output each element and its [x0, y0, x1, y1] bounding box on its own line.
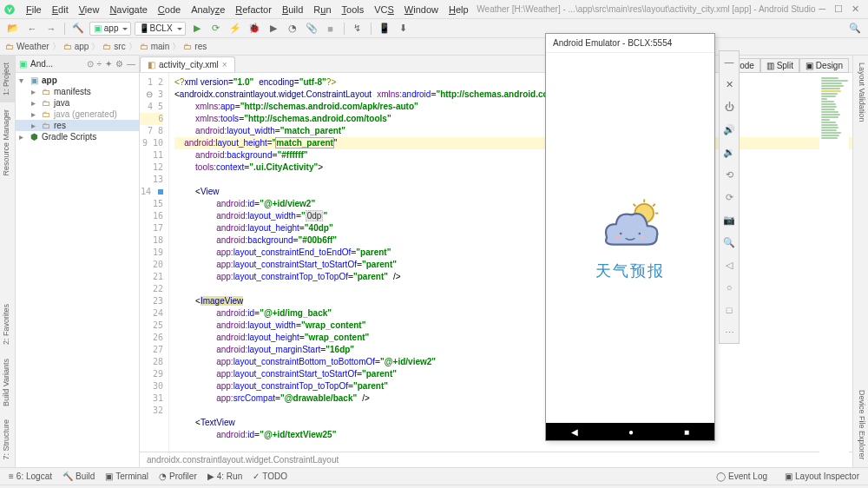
tab-project[interactable]: 1: Project [0, 56, 15, 102]
bottom-tool-tabs: ≡ 6: Logcat 🔨 Build ▣ Terminal ◔ Profile… [0, 467, 868, 485]
tab-structure[interactable]: 7: Structure [0, 412, 15, 467]
menu-edit[interactable]: Edit [47, 4, 74, 15]
emu-rotate-left-icon[interactable]: ⟲ [722, 168, 736, 181]
sync-icon[interactable]: ↯ [350, 21, 365, 36]
emu-more-icon[interactable]: ⋯ [722, 326, 736, 340]
tree-node[interactable]: ▸🗀manifests [16, 86, 139, 97]
close-tab-icon[interactable]: × [222, 60, 227, 69]
emu-home-icon[interactable]: ○ [722, 280, 736, 294]
emulator-screen[interactable]: 天气预报 [546, 53, 714, 423]
nav-home-icon[interactable]: ● [628, 427, 634, 437]
breadcrumb-item[interactable]: res [194, 42, 207, 51]
menu-build[interactable]: Build [277, 4, 308, 15]
tab-profiler[interactable]: ◔ Profiler [154, 472, 202, 481]
emu-volume-up-icon[interactable]: 🔊 [722, 122, 736, 136]
emu-minimize-icon[interactable]: — [722, 55, 736, 69]
search-icon[interactable]: 🔍 [847, 21, 863, 36]
avd-icon[interactable]: 📱 [377, 21, 392, 36]
tab-run[interactable]: ▶ 4: Run [202, 472, 247, 481]
tab-device-file-explorer[interactable]: Device File Explorer [853, 383, 868, 467]
status-bar: ☐ Install successfully finished in 44 s … [0, 485, 868, 488]
emu-screenshot-icon[interactable]: 📷 [722, 213, 736, 227]
emu-power-icon[interactable]: ⏻ [722, 100, 736, 114]
open-icon[interactable]: 📂 [5, 21, 21, 36]
emu-volume-down-icon[interactable]: 🔉 [722, 145, 736, 159]
emu-zoom-icon[interactable]: 🔍 [722, 235, 736, 249]
stop-icon[interactable]: ■ [323, 21, 339, 36]
tree-hide-icon[interactable]: — [127, 59, 135, 69]
breadcrumb-item[interactable]: Weather [16, 42, 49, 51]
tree-collapse-icon[interactable]: ⊙ [87, 59, 94, 69]
emu-close-icon[interactable]: ✕ [722, 77, 736, 91]
menu-tools[interactable]: Tools [337, 4, 370, 15]
menu-refactor[interactable]: Refactor [230, 4, 277, 15]
right-tool-tabs: Layout Validation Device File Explorer [852, 56, 868, 467]
coverage-icon[interactable]: ▶ [266, 21, 281, 36]
profile-icon[interactable]: ◔ [285, 21, 300, 36]
run-icon[interactable]: ▶ [189, 21, 205, 36]
menu-vcs[interactable]: VCS [369, 4, 399, 15]
tab-event-log[interactable]: ◯ Event Log [711, 472, 773, 481]
android-studio-logo [3, 3, 16, 16]
tree-node-app[interactable]: ▾▣app [16, 75, 139, 86]
apply-code-icon[interactable]: ⚡ [227, 21, 243, 36]
tree-divide-icon[interactable]: ÷ [97, 59, 102, 69]
menu-analyze[interactable]: Analyze [186, 4, 230, 15]
tree-node[interactable]: ▸⬢Gradle Scripts [16, 131, 139, 142]
tree-expand-icon[interactable]: ✦ [105, 59, 112, 69]
svg-line-3 [653, 204, 655, 207]
minimize-button[interactable]: ─ [819, 3, 825, 15]
code-area[interactable]: <?xml version="1.0" encoding="utf-8"?> <… [169, 73, 868, 452]
tab-todo[interactable]: ✓ TODO [247, 472, 293, 481]
run-config-selector[interactable]: ▣ app [89, 22, 131, 36]
sdk-icon[interactable]: ⬇ [396, 21, 411, 36]
maximize-button[interactable]: ☐ [834, 3, 843, 15]
nav-back-icon[interactable]: ◀ [571, 427, 578, 437]
breadcrumb-item[interactable]: app [75, 42, 89, 51]
device-selector[interactable]: 📱 BCLX [135, 22, 185, 36]
nav-fwd-icon[interactable]: → [43, 21, 59, 36]
tab-favorites[interactable]: 2: Favorites [0, 297, 15, 352]
project-view-label[interactable]: And... [30, 59, 53, 69]
tab-terminal[interactable]: ▣ Terminal [100, 472, 154, 481]
emulator-window: Android Emulator - BCLX:5554 天气预报 ◀ [545, 33, 715, 441]
tab-logcat[interactable]: ≡ 6: Logcat [3, 472, 57, 481]
emu-rotate-right-icon[interactable]: ⟳ [722, 190, 736, 204]
debug-icon[interactable]: 🐞 [247, 21, 262, 36]
editor-minimap[interactable] [819, 76, 849, 458]
tree-node[interactable]: ▸🗀java (generated) [16, 109, 139, 120]
menu-help[interactable]: Help [444, 4, 474, 15]
tab-build-variants[interactable]: Build Variants [0, 352, 15, 413]
menu-code[interactable]: Code [153, 4, 186, 15]
tab-layout-validation[interactable]: Layout Validation [853, 56, 868, 129]
tab-resource-manager[interactable]: Resource Manager [0, 102, 15, 183]
editor: ◧ activity_city.xml × ≡ Code ▥ Split ▣ D… [140, 56, 868, 467]
folder-icon: 🗀 [5, 42, 14, 51]
attach-debugger-icon[interactable]: 📎 [304, 21, 319, 36]
menu-navigate[interactable]: Navigate [104, 4, 152, 15]
close-button[interactable]: ✕ [852, 3, 859, 15]
nav-back-icon[interactable]: ← [24, 21, 40, 36]
breadcrumb-item[interactable]: main [151, 42, 170, 51]
emu-overview-icon[interactable]: □ [722, 303, 736, 317]
editor-tab[interactable]: ◧ activity_city.xml × [140, 56, 235, 72]
breadcrumb-item[interactable]: src [114, 42, 125, 51]
editor-tab-label: activity_city.xml [159, 60, 219, 69]
menu-run[interactable]: Run [308, 4, 336, 15]
tree-settings-icon[interactable]: ⚙ [115, 59, 123, 69]
menu-window[interactable]: Window [399, 4, 444, 15]
project-header: ▣ And... ⊙ ÷ ✦ ⚙ — [16, 56, 139, 73]
menu-file[interactable]: File [21, 4, 47, 15]
apply-changes-icon[interactable]: ⟳ [208, 21, 224, 36]
view-design-button[interactable]: ▣ Design [799, 58, 849, 73]
tab-layout-inspector[interactable]: ▣ Layout Inspector [779, 472, 865, 481]
tree-node-selected[interactable]: ▸🗀res [16, 120, 139, 131]
build-icon[interactable]: 🔨 [70, 21, 86, 36]
menu-view[interactable]: View [74, 4, 105, 15]
view-split-button[interactable]: ▥ Split [760, 58, 799, 73]
tab-build[interactable]: 🔨 Build [57, 472, 100, 481]
nav-recent-icon[interactable]: ■ [684, 427, 689, 437]
emu-back-icon[interactable]: ◁ [722, 258, 736, 272]
tree-node[interactable]: ▸🗀java [16, 97, 139, 109]
weather-splash: 天气预报 [591, 195, 669, 281]
